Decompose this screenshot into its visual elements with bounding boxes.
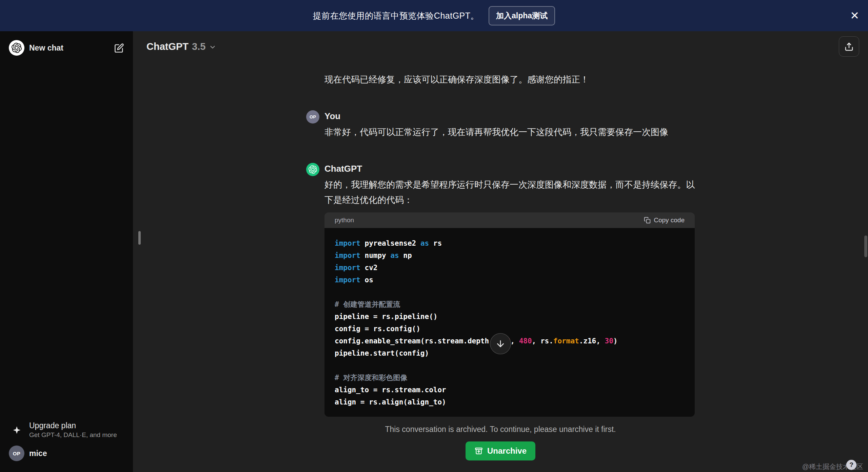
- scrollbar-thumb[interactable]: [864, 235, 867, 257]
- copy-code-button[interactable]: Copy code: [644, 216, 685, 224]
- user-message-avatar: OP: [306, 110, 319, 124]
- message-text: 非常好，代码可以正常运行了，现在请再帮我优化一下这段代码，我只需要保存一次图像: [324, 125, 695, 140]
- message-text: 好的，我理解您的需求是希望程序运行时只保存一次深度图像和深度数据，而不是持续保存…: [324, 177, 695, 208]
- banner-text: 提前在您使用的语言中预览体验ChatGPT。: [313, 10, 479, 21]
- upgrade-plan-subtitle: Get GPT-4, DALL·E, and more: [29, 431, 117, 439]
- chatgpt-window: 提前在您使用的语言中预览体验ChatGPT。 加入alpha测试 ✕ New c…: [0, 0, 868, 472]
- new-chat-label: New chat: [29, 43, 110, 53]
- openai-logo-icon: [9, 40, 24, 56]
- code-block: python Copy code import pyrealsense2 as …: [324, 212, 695, 417]
- message-user: OP You 非常好，代码可以正常运行了，现在请再帮我优化一下这段代码，我只需要…: [306, 110, 695, 140]
- copy-icon: [644, 217, 651, 224]
- unarchive-label: Unarchive: [487, 446, 527, 456]
- main-header: ChatGPT 3.5: [133, 31, 868, 62]
- alpha-banner: 提前在您使用的语言中预览体验ChatGPT。 加入alpha测试 ✕: [0, 0, 868, 31]
- user-name: mice: [29, 449, 47, 458]
- model-selector[interactable]: ChatGPT 3.5: [142, 38, 221, 55]
- model-name: ChatGPT: [146, 41, 189, 52]
- chat-history-area: [5, 59, 128, 418]
- sparkle-icon: [9, 422, 24, 438]
- upgrade-plan-item[interactable]: Upgrade plan Get GPT-4, DALL·E, and more: [5, 418, 128, 442]
- message-assistant-partial: 现在代码已经修复，应该可以正确保存深度图像了。感谢您的指正！: [306, 72, 695, 87]
- archived-notice: This conversation is archived. To contin…: [385, 424, 616, 435]
- arrow-down-icon: [495, 339, 506, 349]
- code-block-header: python Copy code: [324, 212, 695, 228]
- chatgpt-avatar-icon: [306, 163, 319, 176]
- message-author: ChatGPT: [324, 162, 695, 175]
- share-icon: [844, 41, 854, 52]
- code-content: import pyrealsense2 as rsimport numpy as…: [324, 228, 695, 417]
- sidebar: New chat Upgrade plan Get GPT-4, DALL·E,…: [0, 31, 133, 472]
- message-assistant: ChatGPT 好的，我理解您的需求是希望程序运行时只保存一次深度图像和深度数据…: [306, 162, 695, 417]
- close-icon[interactable]: ✕: [850, 10, 859, 21]
- user-avatar: OP: [9, 446, 24, 461]
- sidebar-resize-handle[interactable]: [138, 231, 141, 245]
- message-author: You: [324, 110, 695, 123]
- upgrade-plan-title: Upgrade plan: [29, 421, 117, 430]
- help-button[interactable]: ?: [846, 460, 856, 470]
- copy-code-label: Copy code: [654, 216, 685, 224]
- share-button[interactable]: [839, 36, 859, 57]
- main-area: ChatGPT 3.5 现在代码已经修复，应该可以正确保存深度图像了。感谢您的指…: [133, 31, 868, 472]
- code-language-label: python: [335, 216, 354, 224]
- chevron-down-icon: [209, 43, 216, 51]
- message-text: 现在代码已经修复，应该可以正确保存深度图像了。感谢您的指正！: [324, 72, 695, 87]
- composer-footer: This conversation is archived. To contin…: [133, 424, 868, 472]
- new-chat-pencil-icon[interactable]: [114, 43, 124, 53]
- user-profile-item[interactable]: OP mice: [5, 442, 128, 465]
- scroll-to-bottom-button[interactable]: [490, 333, 511, 354]
- model-version: 3.5: [192, 41, 205, 52]
- chat-scroll-area[interactable]: 现在代码已经修复，应该可以正确保存深度图像了。感谢您的指正！ OP You 非常…: [133, 62, 868, 424]
- unarchive-icon: [474, 447, 483, 455]
- unarchive-button[interactable]: Unarchive: [466, 441, 535, 460]
- avatar-spacer: [306, 72, 319, 87]
- conversation: 现在代码已经修复，应该可以正确保存深度图像了。感谢您的指正！ OP You 非常…: [306, 62, 695, 417]
- new-chat-button[interactable]: New chat: [5, 37, 128, 59]
- join-alpha-button[interactable]: 加入alpha测试: [489, 6, 555, 25]
